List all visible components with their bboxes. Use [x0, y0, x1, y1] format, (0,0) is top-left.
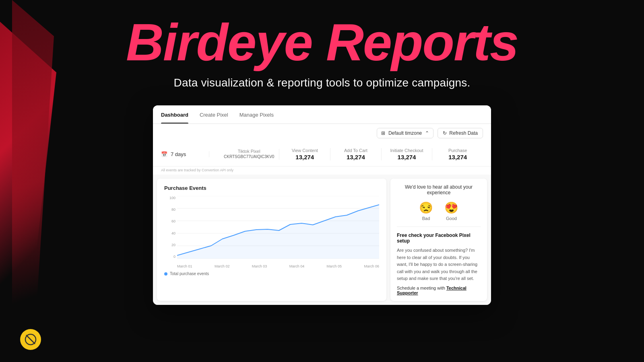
legend-label: Total purchase events: [170, 272, 209, 276]
stat-add-to-cart: Add To Cart 13,274: [330, 148, 382, 160]
emoji-row: 😒 Bad 😍 Good: [397, 201, 481, 227]
tab-bar: Dashboard Create Pixel Manage Pixels: [153, 105, 491, 124]
refresh-label: Refresh Data: [449, 130, 478, 136]
hero-title: Birdeye Reports: [126, 16, 518, 68]
timezone-label: Default timzone: [388, 130, 422, 136]
stat-col-value: 13,274: [437, 154, 478, 160]
right-panel: We'd love to hear all about your experie…: [390, 179, 487, 301]
bottom-logo: [20, 329, 41, 350]
hero-subtitle: Data visualization & reporting tools to …: [173, 76, 470, 89]
bad-emoji: 😒: [419, 201, 433, 214]
svg-line-8: [26, 335, 35, 344]
purchase-events-chart: Purchase Events 100 80 60 40 20 0: [157, 179, 386, 301]
stats-note: All events are tracked by Convertion API…: [153, 167, 491, 175]
chart-area: 100 80 60 40 20 0: [164, 196, 379, 268]
stat-view-content: View Content 13,274: [279, 148, 330, 160]
date-filter[interactable]: 📅 7 days: [161, 151, 209, 157]
calendar-icon: 📅: [161, 151, 167, 157]
support-cta: Schedule a meeting with Technical Suppor…: [397, 286, 481, 295]
logo-circle: [20, 329, 41, 350]
support-text: Are you confused about something? I'm he…: [397, 247, 481, 282]
toolbar: ⊞ Default timzone ⌃ ↻ Refresh Data: [153, 124, 491, 142]
good-label: Good: [446, 216, 457, 221]
feedback-title: We'd love to hear all about your experie…: [397, 184, 481, 195]
date-range-label: 7 days: [171, 151, 186, 157]
stats-row: 📅 7 days Tiktok Pixel CKRTSGBC77UAIQIC3K…: [153, 142, 491, 167]
stat-col-label: Tiktok Pixel: [224, 149, 274, 154]
logo-icon: [25, 333, 37, 346]
calendar-icon: ⊞: [381, 130, 385, 136]
good-emoji: 😍: [444, 201, 458, 214]
dashboard-card: Dashboard Create Pixel Manage Pixels ⊞ D…: [153, 105, 491, 305]
support-title: Free check your Facebook Pixel setup: [397, 232, 481, 244]
legend-dot: [164, 272, 167, 276]
tab-create-pixel[interactable]: Create Pixel: [200, 112, 228, 123]
x-axis-labels: March 01 March 02 March 03 March 04 Marc…: [177, 264, 379, 268]
stat-col-label: Purchase: [437, 148, 478, 153]
chart-legend: Total purchase events: [164, 272, 379, 276]
cta-prefix: Schedule a meeting with: [397, 286, 445, 290]
feedback-good[interactable]: 😍 Good: [444, 201, 458, 221]
pixel-id: CKRTSGBC77UAIQIC3KV0: [224, 154, 274, 159]
timezone-select[interactable]: ⊞ Default timzone ⌃: [377, 128, 433, 138]
chart-svg-container: [177, 196, 379, 259]
chevron-icon: ⌃: [425, 130, 429, 136]
stat-col-label: View Content: [284, 148, 325, 153]
stat-initiate-checkout: Initiate Checkout 13,274: [382, 148, 433, 160]
stat-col-label: Add To Cart: [335, 148, 376, 153]
chart-title: Purchase Events: [164, 185, 379, 191]
charts-section: Purchase Events 100 80 60 40 20 0: [153, 175, 491, 305]
y-axis-labels: 100 80 60 40 20 0: [164, 196, 175, 259]
stat-col-value: 13,274: [284, 154, 325, 160]
tab-manage-pixels[interactable]: Manage Pixels: [239, 112, 274, 123]
stat-col-value: 13,274: [386, 154, 427, 160]
refresh-icon: ↻: [443, 130, 447, 136]
svg-marker-6: [177, 205, 379, 259]
stat-purchase: Purchase 13,274: [432, 148, 483, 160]
refresh-button[interactable]: ↻ Refresh Data: [438, 128, 483, 138]
feedback-bad[interactable]: 😒 Bad: [419, 201, 433, 221]
stat-col-value: 13,274: [335, 154, 376, 160]
tab-dashboard[interactable]: Dashboard: [161, 112, 188, 123]
stat-col-label: Initiate Checkout: [386, 148, 427, 153]
stat-tiktok-pixel: Tiktok Pixel CKRTSGBC77UAIQIC3KV0: [219, 149, 279, 160]
bad-label: Bad: [422, 216, 430, 221]
